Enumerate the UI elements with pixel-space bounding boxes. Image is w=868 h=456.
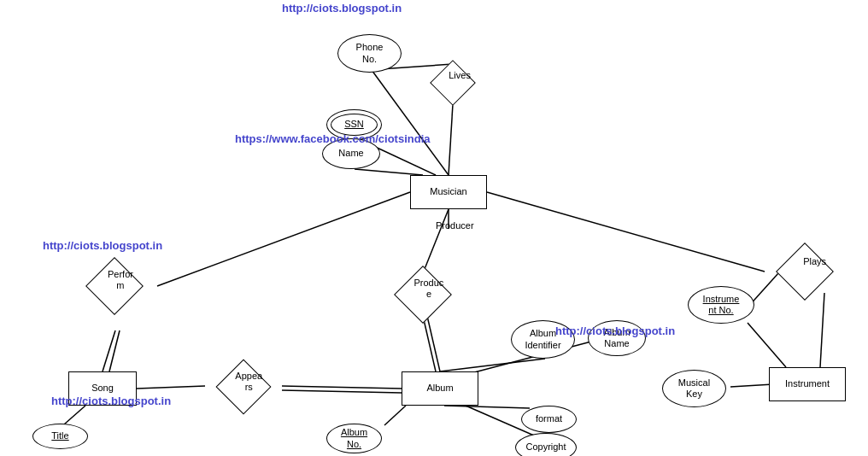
album-name-label: AlbumName (603, 327, 630, 349)
svg-line-4 (157, 192, 410, 286)
svg-line-12 (282, 390, 402, 393)
name-attribute: Name (322, 138, 380, 169)
appears-relationship: Appears (202, 360, 284, 413)
svg-line-10 (137, 386, 205, 389)
lives-relationship: Lives (430, 60, 476, 106)
song-entity: Song (68, 371, 137, 406)
instrument-entity: Instrument (769, 367, 846, 401)
copyright-attribute: Copyright (515, 433, 577, 456)
watermark-3: http://ciots.blogspot.in (43, 239, 162, 252)
phone-no-attribute: PhoneNo. (337, 34, 402, 73)
album-no-label: AlbumNo. (341, 427, 367, 449)
svg-line-17 (444, 406, 530, 408)
song-label: Song (91, 383, 114, 394)
ssn-label: SSN (344, 119, 364, 130)
svg-line-22 (730, 384, 773, 387)
svg-line-1 (449, 104, 453, 175)
instrument-label: Instrument (785, 378, 830, 389)
watermark-1: http://ciots.blogspot.in (282, 2, 402, 15)
svg-line-6 (423, 209, 449, 273)
appears-label: Appears (235, 371, 262, 392)
svg-line-20 (820, 293, 824, 367)
format-attribute: format (521, 406, 577, 433)
name-label: Name (338, 148, 363, 159)
album-name-attribute: AlbumName (588, 320, 646, 356)
instrument-no-label: Instrument No. (703, 294, 740, 316)
musician-entity: Musician (410, 175, 487, 209)
producer-label: Producer (436, 220, 474, 231)
svg-line-13 (423, 316, 436, 371)
musical-key-attribute: MusicalKey (662, 370, 726, 407)
perform-label: Perform (108, 269, 133, 290)
svg-line-23 (748, 323, 786, 367)
produce-label: Produce (414, 278, 444, 299)
svg-line-7 (487, 192, 765, 272)
copyright-label: Copyright (525, 441, 566, 453)
format-label: format (536, 413, 562, 424)
svg-line-9 (109, 330, 120, 371)
musical-key-label: MusicalKey (678, 377, 710, 400)
er-diagram: http://ciots.blogspot.in https://www.fac… (0, 0, 868, 456)
album-identifier-attribute: AlbumIdentifier (511, 320, 575, 359)
ssn-attribute: SSN (326, 109, 382, 140)
musician-label: Musician (430, 186, 466, 197)
album-label: Album (426, 383, 453, 394)
svg-line-3 (355, 169, 423, 175)
album-no-attribute: AlbumNo. (326, 424, 382, 453)
lives-label: Lives (449, 70, 471, 80)
title-attribute: Title (32, 424, 88, 449)
svg-line-8 (103, 330, 115, 371)
svg-line-11 (282, 386, 402, 389)
svg-line-14 (427, 316, 440, 371)
album-entity: Album (402, 371, 478, 406)
svg-line-18 (384, 406, 406, 425)
plays-relationship: Plays (762, 244, 847, 300)
title-label: Title (51, 430, 68, 441)
svg-line-24 (64, 406, 85, 424)
produce-relationship: Produce (380, 267, 466, 322)
perform-relationship: Perform (72, 259, 157, 313)
phone-no-label: PhoneNo. (356, 42, 384, 64)
svg-line-15 (440, 359, 545, 371)
album-identifier-label: AlbumIdentifier (525, 328, 560, 350)
plays-label: Plays (803, 256, 826, 266)
instrument-no-attribute: Instrument No. (688, 286, 754, 324)
